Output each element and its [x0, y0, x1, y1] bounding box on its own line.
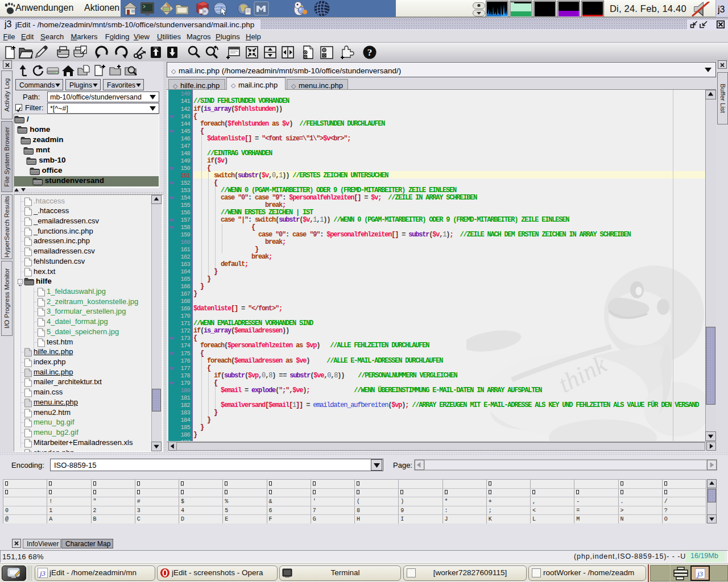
svg-text:?: ? [367, 47, 373, 58]
svg-text:j3: j3 [39, 569, 46, 577]
svg-text:j3: j3 [696, 569, 704, 578]
